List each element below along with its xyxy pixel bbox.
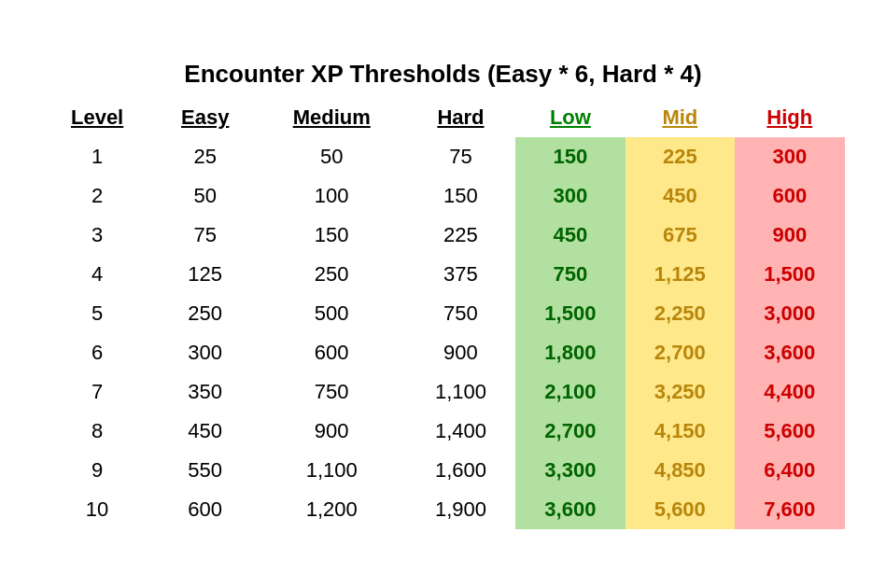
cell-col-easy: 300 bbox=[153, 333, 258, 372]
header-level: Level bbox=[42, 98, 153, 137]
table-row: 73507501,1002,1003,2504,400 bbox=[42, 372, 845, 412]
xp-table: Level Easy Medium Hard Low Mid High 1255… bbox=[42, 98, 845, 529]
cell-col-mid: 450 bbox=[626, 176, 735, 216]
table-row: 1255075150225300 bbox=[42, 137, 845, 176]
cell-col-high: 3,000 bbox=[735, 294, 844, 333]
cell-col-level: 7 bbox=[42, 372, 153, 412]
cell-col-high: 900 bbox=[735, 216, 844, 255]
cell-col-easy: 75 bbox=[153, 216, 258, 255]
header-mid: Mid bbox=[626, 98, 735, 137]
cell-col-mid: 4,850 bbox=[626, 451, 735, 490]
header-low: Low bbox=[515, 98, 625, 137]
cell-col-level: 2 bbox=[42, 176, 153, 216]
cell-col-high: 6,400 bbox=[735, 451, 844, 490]
cell-col-mid: 2,700 bbox=[626, 333, 735, 372]
cell-col-hard: 375 bbox=[406, 255, 515, 294]
cell-col-high: 3,600 bbox=[735, 333, 844, 372]
table-header-row: Level Easy Medium Hard Low Mid High bbox=[42, 98, 845, 137]
cell-col-level: 1 bbox=[42, 137, 153, 176]
cell-col-mid: 3,250 bbox=[626, 372, 735, 412]
cell-col-hard: 750 bbox=[406, 294, 515, 333]
cell-col-high: 4,400 bbox=[735, 372, 844, 412]
cell-col-hard: 1,900 bbox=[406, 490, 515, 529]
cell-col-high: 1,500 bbox=[735, 255, 844, 294]
table-row: 375150225450675900 bbox=[42, 216, 845, 255]
cell-col-low: 3,300 bbox=[515, 451, 625, 490]
cell-col-mid: 2,250 bbox=[626, 294, 735, 333]
table-row: 95501,1001,6003,3004,8506,400 bbox=[42, 451, 845, 490]
cell-col-easy: 250 bbox=[153, 294, 258, 333]
cell-col-medium: 1,100 bbox=[258, 451, 406, 490]
cell-col-low: 450 bbox=[515, 216, 625, 255]
cell-col-low: 300 bbox=[515, 176, 625, 216]
cell-col-low: 2,700 bbox=[515, 412, 625, 451]
table-row: 250100150300450600 bbox=[42, 176, 845, 216]
header-medium: Medium bbox=[258, 98, 406, 137]
table-row: 84509001,4002,7004,1505,600 bbox=[42, 412, 845, 451]
cell-col-level: 6 bbox=[42, 333, 153, 372]
cell-col-high: 600 bbox=[735, 176, 844, 216]
header-easy: Easy bbox=[153, 98, 258, 137]
cell-col-mid: 4,150 bbox=[626, 412, 735, 451]
cell-col-medium: 250 bbox=[258, 255, 406, 294]
cell-col-easy: 50 bbox=[153, 176, 258, 216]
cell-col-low: 3,600 bbox=[515, 490, 625, 529]
cell-col-mid: 5,600 bbox=[626, 490, 735, 529]
cell-col-easy: 125 bbox=[153, 255, 258, 294]
cell-col-medium: 600 bbox=[258, 333, 406, 372]
cell-col-hard: 1,100 bbox=[406, 372, 515, 412]
cell-col-low: 150 bbox=[515, 137, 625, 176]
cell-col-mid: 225 bbox=[626, 137, 735, 176]
cell-col-hard: 75 bbox=[406, 137, 515, 176]
cell-col-hard: 225 bbox=[406, 216, 515, 255]
cell-col-level: 9 bbox=[42, 451, 153, 490]
cell-col-high: 5,600 bbox=[735, 412, 844, 451]
cell-col-level: 5 bbox=[42, 294, 153, 333]
cell-col-medium: 50 bbox=[258, 137, 406, 176]
cell-col-easy: 25 bbox=[153, 137, 258, 176]
cell-col-level: 8 bbox=[42, 412, 153, 451]
cell-col-hard: 1,600 bbox=[406, 451, 515, 490]
cell-col-level: 10 bbox=[42, 490, 153, 529]
main-container: Encounter XP Thresholds (Easy * 6, Hard … bbox=[42, 60, 845, 529]
cell-col-mid: 675 bbox=[626, 216, 735, 255]
cell-col-medium: 500 bbox=[258, 294, 406, 333]
table-row: 41252503757501,1251,500 bbox=[42, 255, 845, 294]
cell-col-easy: 600 bbox=[153, 490, 258, 529]
table-body: 1255075150225300250100150300450600375150… bbox=[42, 137, 845, 529]
cell-col-medium: 1,200 bbox=[258, 490, 406, 529]
cell-col-level: 4 bbox=[42, 255, 153, 294]
cell-col-easy: 550 bbox=[153, 451, 258, 490]
cell-col-low: 1,800 bbox=[515, 333, 625, 372]
table-row: 63006009001,8002,7003,600 bbox=[42, 333, 845, 372]
cell-col-easy: 450 bbox=[153, 412, 258, 451]
cell-col-hard: 150 bbox=[406, 176, 515, 216]
cell-col-medium: 150 bbox=[258, 216, 406, 255]
cell-col-low: 1,500 bbox=[515, 294, 625, 333]
table-row: 52505007501,5002,2503,000 bbox=[42, 294, 845, 333]
cell-col-high: 300 bbox=[735, 137, 844, 176]
cell-col-medium: 100 bbox=[258, 176, 406, 216]
header-high: High bbox=[735, 98, 844, 137]
cell-col-low: 2,100 bbox=[515, 372, 625, 412]
cell-col-hard: 1,400 bbox=[406, 412, 515, 451]
cell-col-easy: 350 bbox=[153, 372, 258, 412]
table-row: 106001,2001,9003,6005,6007,600 bbox=[42, 490, 845, 529]
cell-col-low: 750 bbox=[515, 255, 625, 294]
cell-col-hard: 900 bbox=[406, 333, 515, 372]
cell-col-medium: 750 bbox=[258, 372, 406, 412]
cell-col-medium: 900 bbox=[258, 412, 406, 451]
cell-col-level: 3 bbox=[42, 216, 153, 255]
cell-col-high: 7,600 bbox=[735, 490, 844, 529]
cell-col-mid: 1,125 bbox=[626, 255, 735, 294]
header-hard: Hard bbox=[406, 98, 515, 137]
page-title: Encounter XP Thresholds (Easy * 6, Hard … bbox=[42, 60, 845, 89]
